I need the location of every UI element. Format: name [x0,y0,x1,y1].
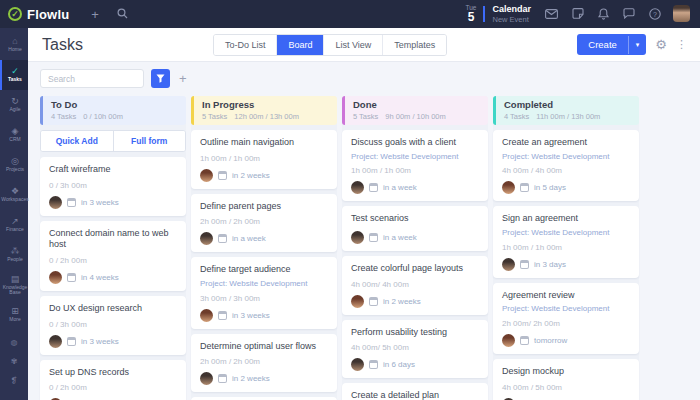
assignee-avatar[interactable] [49,196,62,209]
filter-button[interactable] [151,69,170,88]
sidebar-item-agile[interactable]: ↻Agile [0,90,28,120]
assignee-avatar[interactable] [200,372,213,385]
full-form-button[interactable]: Full form [114,131,186,151]
task-card[interactable]: Connect domain name to web host0 / 2h 00… [40,221,186,291]
task-card[interactable]: Test scenariosin a week [342,206,488,251]
task-card[interactable]: Discuss goals with a clientProject: Webs… [342,130,488,201]
task-card[interactable]: Determine optimal user flows2h 00m / 2h … [191,334,337,393]
column-title: In Progress [202,99,329,110]
task-time: 4h 00m/ 4h 00m [351,280,479,289]
assignee-avatar[interactable] [200,169,213,182]
assignee-avatar[interactable] [200,309,213,322]
column-header-in-progress[interactable]: In Progress5 Tasks12h 00m / 13h 00m [191,96,337,125]
task-card[interactable]: Perform usability testing4h 00m/ 5h 00mi… [342,320,488,379]
sidebar-item-label: Workspaces [1,197,28,203]
chat-icon[interactable] [623,8,635,19]
task-due-date: in 2 weeks [383,297,421,306]
sidebar-item-workspaces[interactable]: ❖Workspaces [0,180,28,210]
settings-gear-icon[interactable]: ⚙ [655,37,667,52]
task-card[interactable]: Sign an agreementProject: Website Develo… [493,206,639,277]
create-button-label[interactable]: Create [577,34,628,55]
task-card[interactable]: Define target audienceProject: Website D… [191,257,337,328]
sidebar-item-tasks[interactable]: ✓Tasks [0,60,28,90]
assignee-avatar[interactable] [49,271,62,284]
sidebar-item-knowledge-base[interactable]: ▤Knowledge Base [0,270,28,300]
more-options-kebab-icon[interactable]: ⋮ [676,38,688,51]
sidebar-item-crm[interactable]: ◈CRM [0,120,28,150]
sidebar-item-more[interactable]: ⊞More [0,300,28,330]
sidebar-item-finance[interactable]: ↗Finance [0,210,28,240]
calendar-widget[interactable]: Calendar New Event [492,4,531,24]
topbar: ✓ Flowlu + Tue 5 Calendar New Event ? [0,0,700,28]
tab-templates[interactable]: Templates [383,35,446,55]
page-title: Tasks [42,36,83,54]
global-search-icon[interactable] [117,7,128,22]
sidebar-item-people[interactable]: ⁂People [0,240,28,270]
assignee-avatar[interactable] [49,335,62,348]
column-header-to-do[interactable]: To Do4 Tasks0 / 10h 00m [40,96,186,125]
search-input[interactable] [40,69,144,88]
assignee-avatar[interactable] [502,181,515,194]
task-project-link[interactable]: Project: Website Development [502,304,630,314]
calendar-divider [483,6,485,22]
task-time: 0 / 3h 00m [49,320,177,329]
sidebar-item-home[interactable]: ⌂Home [0,30,28,60]
task-card[interactable]: Create a detailed planProject: Website D… [342,383,488,400]
task-card[interactable]: Outline main navigation1h 00m / 1h 00min… [191,130,337,189]
tab-board[interactable]: Board [277,35,324,55]
assignee-avatar[interactable] [351,231,364,244]
app-extra-3-icon[interactable]: ❡ [11,376,18,385]
task-title: Agreement review [502,290,630,302]
sidebar-item-projects[interactable]: ◎Projects [0,150,28,180]
column-title: Done [353,99,480,110]
task-footer: tomorrow [502,334,630,347]
assignee-avatar[interactable] [502,258,515,271]
new-event-link[interactable]: New Event [492,15,531,24]
task-project-link[interactable]: Project: Website Development [502,152,630,162]
quick-add-button[interactable]: Quick Add [41,131,114,151]
date-widget[interactable]: Tue 5 [466,5,477,24]
tab-to-do-list[interactable]: To-Do List [214,35,278,55]
task-due-date: in 3 weeks [81,198,119,207]
task-footer: in a week [351,181,479,194]
task-card[interactable]: Create colorful page layouts4h 00m/ 4h 0… [342,256,488,315]
assignee-avatar[interactable] [351,358,364,371]
task-project-link[interactable]: Project: Website Development [351,152,479,162]
app-extra-1-icon[interactable]: ◍ [11,338,18,347]
workspaces-icon: ❖ [11,187,19,196]
help-icon[interactable]: ? [649,8,661,20]
task-title: Perform usability testing [351,327,479,339]
user-avatar[interactable] [673,5,690,22]
task-project-link[interactable]: Project: Website Development [502,228,630,238]
task-time: 2h 00m / 2h 00m [200,217,328,226]
global-add-icon[interactable]: + [91,7,99,22]
task-card[interactable]: Define parent pages2h 00m / 2h 00min a w… [191,194,337,253]
column-header-completed[interactable]: Completed4 Tasks11h 00m / 13h 00m [493,96,639,125]
task-card[interactable]: Create an agreementProject: Website Deve… [493,130,639,201]
task-card[interactable]: Set up DNS records0 / 2h 00min 4 weeks [40,360,186,400]
task-card[interactable]: Craft wireframe0 / 3h 00min 3 weeks [40,157,186,216]
tasks-icon: ✓ [11,67,19,76]
svg-text:?: ? [653,10,657,17]
task-footer: in a week [351,231,479,244]
app-extra-2-icon[interactable]: ✾ [11,357,18,366]
assignee-avatar[interactable] [502,334,515,347]
assignee-avatar[interactable] [351,181,364,194]
task-card[interactable]: Design mockup4h 00m / 5h 00min 2 days [493,359,639,400]
notes-icon[interactable] [572,8,584,19]
notifications-bell-icon[interactable] [598,8,609,20]
tab-list-view[interactable]: List View [324,35,383,55]
add-stage-icon[interactable]: + [179,71,187,86]
task-card[interactable]: Do UX design research0 / 3h 00min 3 week… [40,296,186,355]
task-project-link[interactable]: Project: Website Development [200,279,328,289]
task-card[interactable]: Agreement reviewProject: Website Develop… [493,283,639,354]
sidebar-item-label: CRM [9,137,20,143]
board-area: + To Do4 Tasks0 / 10h 00mQuick AddFull f… [28,62,700,400]
assignee-avatar[interactable] [351,295,364,308]
create-dropdown-caret-icon[interactable]: ▾ [628,36,647,54]
create-button[interactable]: Create ▾ [577,34,646,55]
assignee-avatar[interactable] [200,232,213,245]
mail-icon[interactable] [545,9,558,19]
flowlu-logo[interactable]: ✓ Flowlu [8,7,69,22]
column-header-done[interactable]: Done5 Tasks9h 00m / 10h 00m [342,96,488,125]
